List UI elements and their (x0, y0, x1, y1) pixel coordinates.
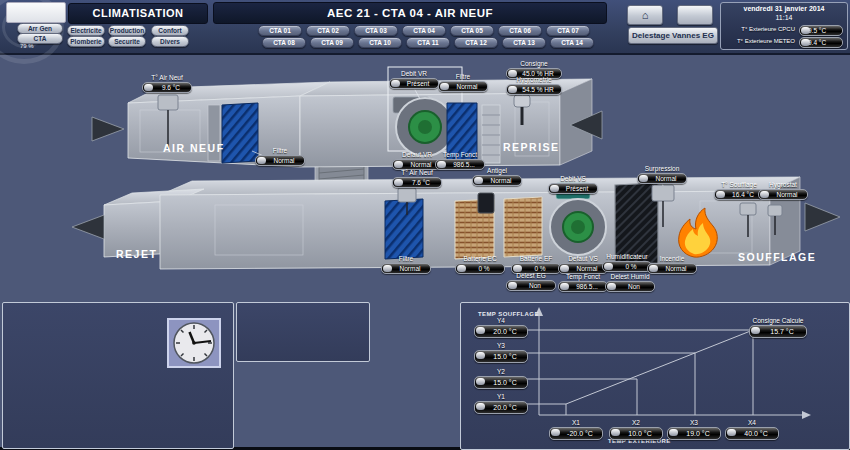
ext-cpcu-label: T° Exterieure CPCU (723, 26, 795, 32)
loi-y2[interactable]: Y215.0 °C (469, 368, 533, 389)
cta-10-button[interactable]: CTA 10 (358, 37, 402, 48)
indicator-t-air-neuf-1: T° Air Neuf9.6 °C (135, 74, 199, 93)
cta-02-button[interactable]: CTA 02 (306, 25, 350, 36)
consignes-delestage-panel (236, 302, 370, 362)
x-axis-arrow (802, 411, 811, 419)
menu-plomberie-button[interactable]: Plomberie (67, 36, 105, 47)
datetime-panel: vendredi 31 janvier 2014 11:14 T° Exteri… (720, 2, 848, 50)
menu-securite-button[interactable]: Securite (108, 36, 146, 47)
hygrometry-sensor (514, 95, 530, 107)
soufflage-label: SOUFFLAGE (738, 251, 816, 263)
loi-x2[interactable]: X210.0 °C (604, 419, 668, 440)
soufflage-flow-arrow (805, 203, 840, 231)
time-label: 11:14 (721, 14, 847, 21)
menu-confort-button[interactable]: Confort (151, 25, 189, 36)
menu-divers-button[interactable]: Divers (151, 36, 189, 47)
batterie-ef-coil (504, 197, 542, 257)
menu-production-button[interactable]: Production (108, 25, 146, 36)
cta-04-button[interactable]: CTA 04 (402, 25, 446, 36)
indicator-filtre-vr: FiltreNormal (431, 73, 495, 92)
date-label: vendredi 31 janvier 2014 (721, 5, 847, 12)
indicator-hygrometrie: Hygrometrie54.5 % HR (502, 76, 566, 95)
menu-electricite-button[interactable]: Electricite (67, 25, 105, 36)
cta-12-button[interactable]: CTA 12 (454, 37, 498, 48)
zoom-level: 79 % (20, 43, 34, 49)
loi-x4[interactable]: X440.0 °C (720, 419, 784, 440)
header-bar: Arr Gen CTA 79 % CLIMATISATION Electrici… (0, 0, 850, 55)
ext-cpcu-value: 9.5 °C (799, 25, 843, 36)
indicator-hygrostat: HygrostatNormal (751, 181, 815, 200)
air-neuf-flow-arrow (92, 117, 124, 141)
loi-y3[interactable]: Y315.0 °C (469, 342, 533, 363)
reprise-label: REPRISE (503, 141, 560, 153)
indicator-delest-humid: Delest HumidNon (598, 273, 662, 292)
company-logo (6, 2, 66, 23)
section-title: CLIMATISATION (68, 3, 208, 24)
melange-filter (385, 199, 423, 259)
indicator-surpression: SurpressionNormal (630, 165, 694, 184)
loi-x3[interactable]: X319.0 °C (662, 419, 726, 440)
t-air-neuf-2-sensor (398, 188, 416, 202)
loi-y4[interactable]: Y420.0 °C (469, 317, 533, 338)
home-icon: ⌂ (642, 9, 649, 21)
delestage-vannes-button[interactable]: Delestage Vannes EG (628, 27, 718, 44)
cta-01-button[interactable]: CTA 01 (258, 25, 302, 36)
t-soufflage-sensor (740, 203, 756, 215)
cta-05-button[interactable]: CTA 05 (450, 25, 494, 36)
blank-button[interactable] (677, 5, 713, 25)
cta-14-button[interactable]: CTA 14 (550, 37, 594, 48)
air-neuf-label: AIR NEUF (163, 142, 225, 154)
cta-07-button[interactable]: CTA 07 (546, 25, 590, 36)
prg-horaire-clock[interactable] (167, 318, 221, 368)
cta-09-button[interactable]: CTA 09 (310, 37, 354, 48)
indicator-filtre-air-neuf: FiltreNormal (248, 147, 312, 166)
rejet-flow-arrow (72, 215, 104, 239)
antigel-sensor (478, 193, 494, 213)
cta-06-button[interactable]: CTA 06 (498, 25, 542, 36)
cta-03-button[interactable]: CTA 03 (354, 25, 398, 36)
cta-11-button[interactable]: CTA 11 (406, 37, 450, 48)
loi-x1[interactable]: X1-20.0 °C (544, 419, 608, 440)
ext-meteo-value: 9.4 °C (799, 37, 843, 48)
home-button[interactable]: ⌂ (627, 5, 663, 25)
ext-meteo-label: T° Exterieure METEO (723, 38, 795, 44)
loi-y1[interactable]: Y120.0 °C (469, 393, 533, 414)
page-title: AEC 21 - CTA 04 - AIR NEUF (213, 2, 607, 24)
indicator-t-air-neuf-2: T° Air Neuf7.6 °C (385, 169, 449, 188)
loi-consigne-calcule: Consigne Calcule15.7 °C (746, 317, 810, 338)
rejet-label: REJET (116, 248, 157, 260)
indicator-debit-vs: Debit VSPrésent (541, 175, 605, 194)
indicator-antigel: AntigelNormal (465, 167, 529, 186)
t-air-neuf-sensor (158, 95, 178, 110)
cta-13-button[interactable]: CTA 13 (502, 37, 546, 48)
cta-08-button[interactable]: CTA 08 (262, 37, 306, 48)
indicator-filtre-bas: FiltreNormal (374, 255, 438, 274)
indicator-incendie: IncendieNormal (640, 255, 704, 274)
hygrostat-sensor (768, 205, 782, 216)
surpression-sensor (652, 185, 674, 201)
scada-screen: Arr Gen CTA 79 % CLIMATISATION Electrici… (0, 0, 850, 450)
